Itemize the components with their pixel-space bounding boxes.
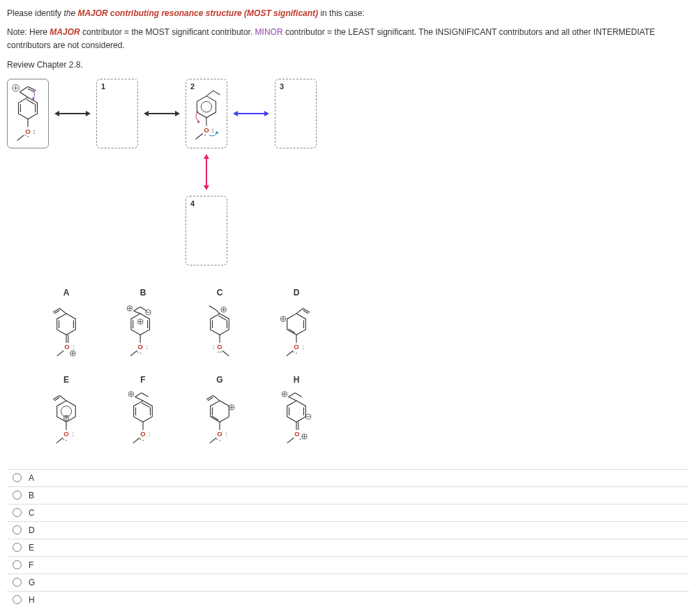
svg-point-105: [63, 438, 64, 440]
minor-word: MINOR: [255, 27, 283, 37]
structure-label: D: [272, 288, 321, 298]
svg-line-43: [57, 351, 64, 356]
svg-line-29: [196, 134, 203, 139]
text: Note: Here: [7, 27, 50, 37]
svg-point-16: [27, 136, 29, 137]
double-arrow-icon: [144, 111, 180, 116]
svg-marker-33: [57, 314, 76, 334]
radio-F[interactable]: [13, 560, 22, 569]
svg-line-112: [142, 392, 149, 396]
radio-C[interactable]: [13, 508, 22, 517]
svg-text:O: O: [63, 430, 68, 438]
double-arrow-blue-icon: [233, 111, 269, 116]
svg-line-157: [287, 438, 294, 443]
svg-text:O: O: [138, 343, 143, 351]
svg-line-63: [130, 351, 137, 356]
svg-line-18: [206, 91, 213, 96]
svg-line-123: [133, 438, 140, 443]
placeholder-box-4: 4: [186, 196, 227, 265]
svg-line-113: [135, 396, 143, 401]
svg-text::: :: [146, 344, 148, 351]
svg-text:O: O: [140, 430, 145, 438]
box-number: 4: [190, 199, 195, 208]
radio-D[interactable]: [13, 525, 22, 534]
starting-structure-box: O :: [7, 79, 49, 148]
text: Please identify: [7, 8, 63, 18]
question-line-1: Please identify the MAJOR contributing r…: [7, 7, 689, 20]
svg-point-15: [24, 134, 26, 136]
question-line-3: Review Chapter 2.8.: [7, 59, 689, 72]
svg-line-79: [296, 308, 303, 314]
svg-text::: :: [149, 431, 151, 438]
answer-structures-grid: A O : B: [7, 288, 689, 455]
major-word: MAJOR: [50, 27, 80, 37]
molecule-D: O :: [275, 302, 317, 368]
svg-line-31: [53, 308, 60, 312]
answer-option-E[interactable]: E: [7, 539, 689, 556]
molecule-B: O :: [122, 302, 164, 368]
radio-G[interactable]: [13, 578, 22, 587]
text: in this case:: [318, 8, 365, 18]
text: the: [63, 8, 77, 18]
structure-A: A O :: [42, 288, 91, 368]
box-number: 3: [280, 82, 284, 91]
placeholder-box-3: 3: [275, 79, 317, 148]
structure-label: B: [119, 288, 167, 298]
intermediate-box-2: 2 O :: [186, 79, 227, 148]
question-line-2: Note: Here MAJOR contributor = the MOST …: [7, 26, 689, 52]
answer-option-A[interactable]: A: [7, 469, 689, 486]
svg-point-21: [201, 101, 211, 111]
answer-label: B: [29, 491, 34, 500]
svg-text::: :: [33, 128, 36, 135]
radio-E[interactable]: [13, 543, 22, 552]
svg-marker-82: [287, 314, 306, 334]
svg-point-62: [139, 353, 141, 354]
molecule-intermediate: O :: [186, 79, 227, 148]
structure-label: A: [42, 288, 91, 298]
answer-label: G: [29, 578, 35, 587]
radio-A[interactable]: [13, 473, 22, 482]
answer-option-H[interactable]: H: [7, 591, 689, 608]
svg-point-76: [218, 351, 219, 353]
text: contributor = the MOST significant contr…: [80, 27, 255, 37]
svg-text:O: O: [204, 126, 209, 134]
svg-line-47: [134, 307, 141, 311]
svg-point-136: [216, 438, 218, 440]
molecule-A: O :: [45, 302, 87, 368]
structure-F: F O :: [119, 375, 167, 455]
structure-G: G O :: [195, 375, 244, 455]
svg-text::: :: [73, 344, 75, 351]
svg-marker-23: [215, 131, 219, 134]
answer-label: C: [29, 508, 35, 518]
svg-text::: :: [212, 127, 214, 134]
answer-option-C[interactable]: C: [7, 504, 689, 521]
svg-point-137: [219, 440, 220, 441]
answer-option-G[interactable]: G: [7, 573, 689, 591]
svg-point-61: [137, 351, 139, 353]
structure-H: H O: [272, 375, 321, 455]
answer-option-B[interactable]: B: [7, 486, 689, 504]
structure-label: G: [195, 375, 244, 385]
radio-B[interactable]: [13, 491, 22, 500]
svg-line-107: [56, 438, 63, 443]
svg-text::: :: [213, 344, 215, 351]
svg-point-77: [220, 351, 222, 353]
svg-marker-127: [211, 401, 229, 422]
svg-text::: :: [226, 431, 227, 438]
radio-H[interactable]: [13, 595, 22, 604]
svg-line-48: [140, 307, 147, 311]
svg-line-144: [289, 396, 296, 401]
structure-label: C: [195, 288, 244, 298]
answer-option-F[interactable]: F: [7, 556, 689, 573]
structure-label: F: [119, 375, 167, 385]
svg-point-156: [300, 438, 301, 440]
structure-C: C O :: [195, 288, 244, 368]
svg-text:O: O: [64, 343, 69, 351]
structures-row-2: E O : F: [42, 375, 689, 455]
svg-line-138: [210, 438, 217, 443]
molecule-E: O :: [45, 389, 87, 455]
svg-point-98: [61, 406, 71, 416]
molecule-G: O :: [199, 389, 241, 455]
answer-option-D[interactable]: D: [7, 521, 689, 539]
molecule-C: O :: [199, 302, 241, 368]
